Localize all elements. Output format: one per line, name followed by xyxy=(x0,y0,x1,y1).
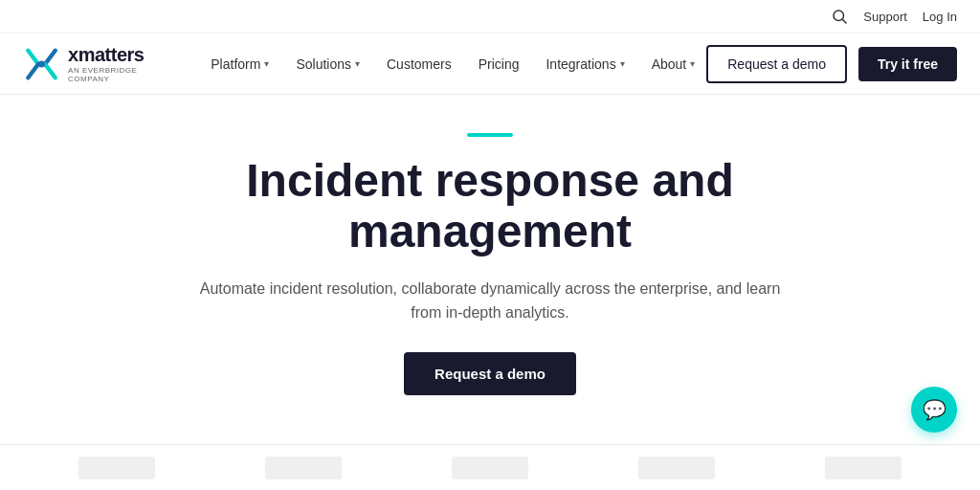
chevron-down-icon: ▾ xyxy=(355,58,360,69)
nav-item-solutions[interactable]: Solutions ▾ xyxy=(284,49,371,79)
logo-subtitle: AN EVERBRIDGE COMPANY xyxy=(68,66,168,83)
search-icon xyxy=(831,8,848,25)
hero-cta-button[interactable]: Request a demo xyxy=(404,352,576,395)
chevron-down-icon: ▾ xyxy=(690,58,695,69)
utility-bar: Support Log In xyxy=(0,0,980,33)
hero-subtitle: Automate incident resolution, collaborat… xyxy=(193,277,787,325)
hero-section: Incident response and management Automat… xyxy=(0,95,980,424)
nav-item-pricing[interactable]: Pricing xyxy=(467,49,531,79)
logo-text: xmatters AN EVERBRIDGE COMPANY xyxy=(68,44,168,83)
logo[interactable]: xmatters AN EVERBRIDGE COMPANY xyxy=(23,43,168,85)
partner-logo-5 xyxy=(825,457,902,479)
partner-logo-3 xyxy=(452,457,528,479)
svg-line-1 xyxy=(843,19,847,23)
login-link[interactable]: Log In xyxy=(923,10,957,24)
logo-icon xyxy=(23,43,60,85)
chat-bubble-button[interactable]: 💬 xyxy=(911,387,957,433)
partner-logo-1 xyxy=(78,457,155,479)
svg-point-2 xyxy=(38,60,45,67)
logo-name: xmatters xyxy=(68,44,168,66)
nav-item-platform[interactable]: Platform ▾ xyxy=(199,49,280,79)
logos-strip xyxy=(0,444,980,490)
nav-item-customers[interactable]: Customers xyxy=(375,49,463,79)
try-free-button[interactable]: Try it free xyxy=(858,47,957,81)
hero-title: Incident response and management xyxy=(246,156,733,257)
nav-item-about[interactable]: About ▾ xyxy=(640,49,707,79)
partner-logo-4 xyxy=(638,457,715,479)
main-navbar: xmatters AN EVERBRIDGE COMPANY Platform … xyxy=(0,33,980,95)
nav-item-integrations[interactable]: Integrations ▾ xyxy=(534,49,635,79)
svg-point-0 xyxy=(834,11,844,21)
chat-icon: 💬 xyxy=(923,398,947,421)
nav-actions: Request a demo Try it free xyxy=(706,45,957,83)
support-link[interactable]: Support xyxy=(863,10,907,24)
search-button[interactable] xyxy=(831,8,848,25)
chevron-down-icon: ▾ xyxy=(620,58,625,69)
chevron-down-icon: ▾ xyxy=(264,58,269,69)
partner-logo-2 xyxy=(265,457,342,479)
request-demo-button[interactable]: Request a demo xyxy=(706,45,847,83)
hero-accent-bar xyxy=(467,133,513,137)
nav-links: Platform ▾ Solutions ▾ Customers Pricing… xyxy=(199,49,706,79)
